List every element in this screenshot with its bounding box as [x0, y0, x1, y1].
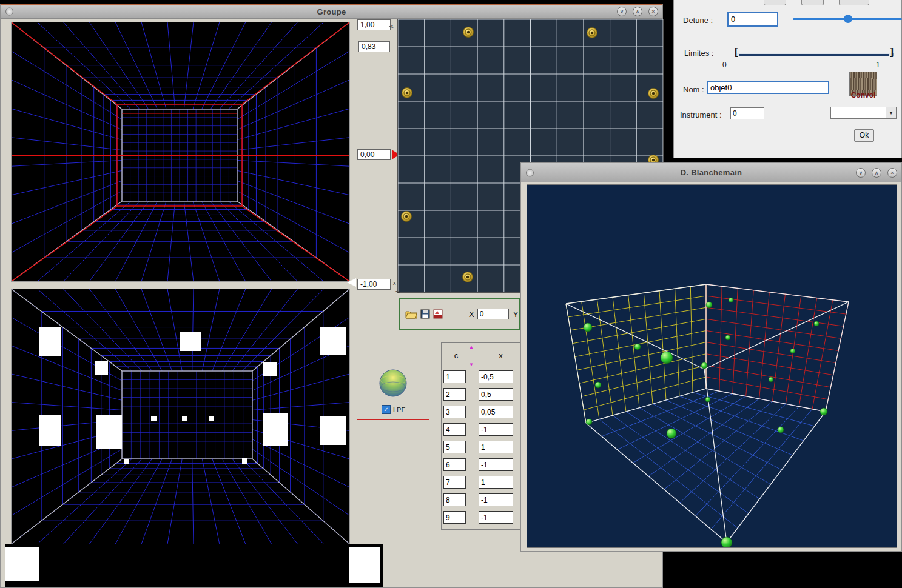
x-coordinate-input[interactable] — [477, 309, 509, 319]
sound-object-sphere — [729, 298, 733, 302]
speaker-icon[interactable] — [402, 88, 412, 98]
instrument-input[interactable] — [730, 107, 764, 119]
room-speaker-dot — [151, 416, 157, 421]
room-speaker-dot — [242, 458, 247, 464]
cell-c-input[interactable] — [443, 370, 466, 383]
sound-object-sphere — [586, 419, 592, 425]
table-row — [442, 439, 523, 456]
speaker-icon[interactable] — [587, 28, 597, 38]
limites-left-handle[interactable]: [ — [735, 46, 738, 58]
white-marker-arrow-icon[interactable] — [347, 278, 356, 287]
cell-x-input[interactable] — [479, 406, 513, 418]
close-icon[interactable]: × — [648, 7, 658, 16]
column-header-x[interactable]: x — [478, 343, 523, 369]
axis-label-minus-x: -x — [389, 23, 394, 29]
axis-label-x: x — [393, 280, 396, 286]
save-floppy-icon[interactable] — [420, 309, 430, 319]
image-import-icon[interactable] — [433, 309, 443, 319]
sound-object-sphere — [725, 335, 730, 340]
partial-button[interactable] — [839, 0, 869, 5]
sound-object-sphere — [705, 397, 710, 402]
file-toolbar: X Y — [399, 298, 520, 330]
scale-value-mid: 0,00 — [357, 149, 391, 160]
cube-3d-canvas[interactable] — [527, 185, 897, 547]
window-menu-icon[interactable] — [526, 169, 534, 176]
cell-x-input[interactable] — [479, 388, 513, 401]
cell-c-input[interactable] — [443, 458, 466, 471]
detune-slider-thumb[interactable] — [844, 15, 852, 23]
cell-x-input[interactable] — [479, 370, 513, 383]
detune-input[interactable] — [727, 12, 778, 27]
instrument-dropdown[interactable]: ▾ — [830, 107, 897, 119]
cell-c-input[interactable] — [443, 493, 466, 506]
blanchemain-window-title: D. Blanchemain — [681, 168, 742, 177]
detune-label: Detune : — [683, 16, 713, 25]
table-row — [442, 404, 523, 421]
sound-object-sphere — [634, 344, 641, 350]
table-row — [442, 456, 523, 474]
room-3d-view-top[interactable] — [12, 22, 349, 281]
column-header-c[interactable]: c — [442, 343, 471, 369]
window-menu-icon[interactable] — [5, 8, 13, 16]
table-row — [442, 386, 523, 404]
maximize-icon[interactable]: ∧ — [872, 168, 881, 178]
limites-range-slider[interactable]: [ ] — [735, 48, 894, 59]
room-speaker — [263, 413, 288, 446]
convol-label: Convol — [848, 91, 878, 99]
sort-arrows[interactable]: ▲ ▼ — [467, 344, 476, 367]
lpf-checkbox[interactable]: ✓ — [382, 405, 391, 414]
axis-label-minus-z: -z — [395, 288, 400, 294]
sound-object-sphere — [778, 427, 784, 433]
speaker-icon[interactable] — [402, 212, 412, 222]
room-speaker — [96, 415, 122, 449]
minimize-icon[interactable]: ∨ — [856, 168, 866, 178]
chevron-down-icon[interactable]: ▾ — [886, 107, 896, 118]
sort-up-icon[interactable]: ▲ — [469, 344, 474, 350]
scale-value-top: 1,00 — [357, 19, 391, 30]
sound-object-sphere — [661, 352, 673, 364]
cell-c-input[interactable] — [443, 476, 466, 489]
partial-button[interactable] — [764, 0, 786, 5]
speaker-icon[interactable] — [648, 89, 659, 99]
room-speaker-dot — [209, 416, 214, 421]
cell-c-input[interactable] — [443, 406, 466, 418]
ok-button[interactable]: Ok — [854, 129, 874, 142]
cell-x-input[interactable] — [479, 493, 513, 506]
cell-x-input[interactable] — [479, 458, 513, 471]
detune-slider[interactable] — [793, 14, 902, 24]
limites-label: Limites : — [684, 48, 713, 58]
speaker-icon[interactable] — [463, 27, 474, 38]
room-3d-view-bottom[interactable] — [12, 289, 349, 544]
room-speaker — [320, 416, 346, 445]
close-icon[interactable]: × — [887, 168, 897, 178]
cell-c-input[interactable] — [443, 441, 466, 453]
cell-x-input[interactable] — [479, 476, 513, 489]
groupe-titlebar[interactable]: Groupe ∨ ∧ × — [1, 5, 662, 19]
points-table-header: c ▲ ▼ x — [442, 343, 523, 369]
speaker-icon[interactable] — [463, 272, 473, 282]
lpf-sphere-icon — [379, 369, 408, 398]
cell-c-input[interactable] — [443, 423, 466, 436]
table-row — [442, 369, 523, 386]
limites-right-handle[interactable]: ] — [890, 46, 894, 58]
sound-object-sphere — [667, 429, 676, 438]
partial-button[interactable] — [801, 0, 824, 5]
table-row — [442, 492, 523, 509]
cell-x-input[interactable] — [479, 441, 513, 453]
open-folder-icon[interactable] — [405, 309, 417, 319]
cell-x-input[interactable] — [479, 511, 513, 524]
convol-button[interactable]: Convol — [848, 72, 878, 99]
scale-value-bottom: -1,00 — [357, 279, 391, 290]
sort-down-icon[interactable]: ▼ — [469, 362, 474, 367]
sound-object-sphere — [706, 302, 712, 308]
blanchemain-titlebar[interactable]: D. Blanchemain ∨ ∧ × — [521, 163, 901, 182]
groupe-window-title: Groupe — [317, 7, 346, 16]
cell-x-input[interactable] — [479, 423, 513, 436]
maximize-icon[interactable]: ∧ — [633, 7, 642, 16]
minimize-icon[interactable]: ∨ — [617, 7, 627, 16]
cell-c-input[interactable] — [443, 511, 466, 524]
nom-input[interactable] — [707, 81, 829, 94]
room-speaker — [180, 332, 201, 351]
cell-c-input[interactable] — [443, 388, 466, 401]
scale-value-second: 0,83 — [358, 41, 390, 52]
